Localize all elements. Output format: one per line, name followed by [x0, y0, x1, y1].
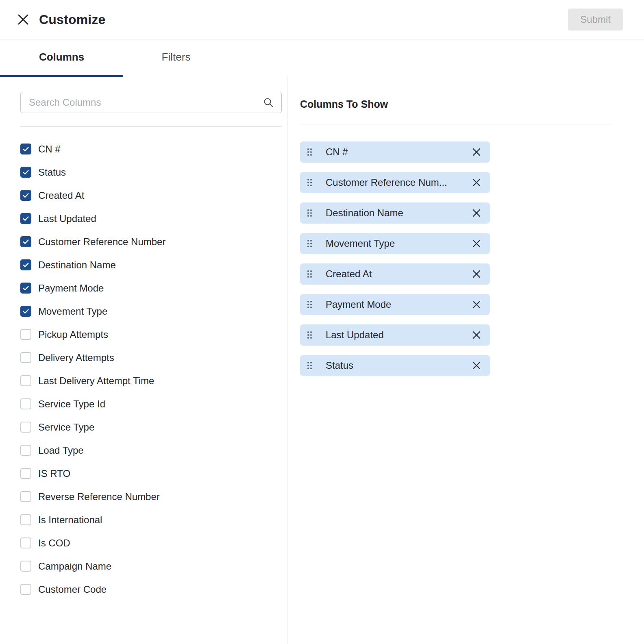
drag-handle-icon[interactable] — [307, 148, 312, 156]
checkbox-unchecked-icon[interactable] — [20, 561, 31, 572]
column-toggle-row[interactable]: Last Delivery Attempt Time — [20, 369, 281, 392]
checkbox-checked-icon[interactable] — [20, 167, 31, 178]
checkbox-checked-icon[interactable] — [20, 259, 31, 270]
checkbox-unchecked-icon[interactable] — [20, 537, 31, 548]
column-toggle-row[interactable]: Service Type — [20, 416, 281, 439]
heading-divider — [300, 124, 611, 124]
drag-handle-icon[interactable] — [307, 179, 312, 186]
checkbox-unchecked-icon[interactable] — [20, 398, 31, 409]
submit-button[interactable]: Submit — [568, 9, 623, 30]
column-toggle-row[interactable]: Customer Reference Number — [20, 230, 281, 253]
selected-column-pill[interactable]: Status — [300, 355, 490, 376]
column-label: Pickup Attempts — [38, 329, 108, 340]
column-label: Created At — [38, 190, 84, 201]
column-label: Service Type — [38, 422, 94, 433]
search-input[interactable] — [20, 92, 282, 113]
close-icon[interactable] — [16, 13, 30, 26]
column-toggle-row[interactable]: CN # — [20, 137, 281, 161]
selected-column-pill[interactable]: CN # — [300, 141, 490, 163]
remove-column-icon[interactable] — [471, 177, 482, 188]
selected-column-pill[interactable]: Movement Type — [300, 233, 490, 254]
selected-column-pill[interactable]: Destination Name — [300, 202, 490, 224]
column-toggle-row[interactable]: Movement Type — [20, 300, 281, 323]
search-box — [20, 92, 282, 113]
column-toggle-row[interactable]: IS RTO — [20, 462, 281, 485]
drag-handle-icon[interactable] — [307, 301, 312, 308]
column-toggle-row[interactable]: Pickup Attempts — [20, 323, 281, 346]
checkbox-checked-icon[interactable] — [20, 306, 31, 317]
remove-column-icon[interactable] — [471, 269, 482, 279]
column-label: Delivery Attempts — [38, 352, 114, 363]
checkbox-unchecked-icon[interactable] — [20, 375, 31, 386]
column-label: Last Updated — [38, 213, 96, 224]
column-label: Customer Code — [38, 584, 107, 595]
customize-panel: Customize Submit Columns Filters CN #Sta… — [0, 0, 644, 644]
checkbox-unchecked-icon[interactable] — [20, 445, 31, 456]
selected-column-label: Last Updated — [326, 329, 471, 341]
page-title: Customize — [39, 12, 106, 27]
selected-column-label: Payment Mode — [326, 299, 471, 310]
selected-column-label: Destination Name — [326, 207, 471, 219]
column-toggle-row[interactable]: Campaign Name — [20, 555, 281, 578]
remove-column-icon[interactable] — [471, 360, 482, 371]
remove-column-icon[interactable] — [471, 238, 482, 249]
content: CN #StatusCreated AtLast UpdatedCustomer… — [0, 77, 644, 644]
column-toggle-row[interactable]: Is COD — [20, 531, 281, 555]
selected-column-label: Movement Type — [326, 238, 471, 249]
selected-column-pill[interactable]: Last Updated — [300, 324, 490, 346]
column-toggle-row[interactable]: Last Updated — [20, 207, 281, 230]
tab-filters[interactable]: Filters — [123, 39, 229, 77]
selected-column-pill[interactable]: Payment Mode — [300, 294, 490, 315]
checkbox-unchecked-icon[interactable] — [20, 329, 31, 340]
column-toggle-row[interactable]: Service Type Id — [20, 392, 281, 416]
drag-handle-icon[interactable] — [307, 331, 312, 339]
checkbox-unchecked-icon[interactable] — [20, 514, 31, 525]
column-toggle-row[interactable]: Destination Name — [20, 253, 281, 276]
column-toggle-row[interactable]: Delivery Attempts — [20, 346, 281, 369]
drag-handle-icon[interactable] — [307, 240, 312, 247]
checkbox-checked-icon[interactable] — [20, 236, 31, 247]
column-toggle-row[interactable]: Customer Code — [20, 578, 281, 601]
column-label: Movement Type — [38, 306, 107, 317]
column-label: IS RTO — [38, 468, 70, 479]
checkbox-checked-icon[interactable] — [20, 144, 31, 154]
column-toggle-row[interactable]: Status — [20, 161, 281, 184]
selected-column-pill[interactable]: Customer Reference Num... — [300, 172, 490, 193]
checkbox-unchecked-icon[interactable] — [20, 584, 31, 595]
selected-column-label: CN # — [326, 146, 471, 158]
columns-panel: CN #StatusCreated AtLast UpdatedCustomer… — [0, 77, 287, 644]
column-toggle-row[interactable]: Created At — [20, 184, 281, 207]
column-label: Payment Mode — [38, 283, 104, 294]
checkbox-checked-icon[interactable] — [20, 213, 31, 224]
selected-column-label: Created At — [326, 268, 471, 280]
columns-to-show-panel: Columns To Show CN #Customer Reference N… — [287, 77, 644, 644]
checkbox-unchecked-icon[interactable] — [20, 491, 31, 502]
column-label: Customer Reference Number — [38, 236, 165, 248]
column-label: Load Type — [38, 445, 84, 456]
drag-handle-icon[interactable] — [307, 270, 312, 278]
drag-handle-icon[interactable] — [307, 209, 312, 217]
selected-column-pill[interactable]: Created At — [300, 263, 490, 285]
checkbox-checked-icon[interactable] — [20, 283, 31, 294]
drag-handle-icon[interactable] — [307, 362, 312, 369]
remove-column-icon[interactable] — [471, 299, 482, 310]
column-toggle-row[interactable]: Payment Mode — [20, 276, 281, 300]
column-toggle-row[interactable]: Reverse Reference Number — [20, 485, 281, 508]
column-label: Is COD — [38, 537, 70, 549]
search-divider — [20, 126, 282, 127]
column-toggle-row[interactable]: Load Type — [20, 439, 281, 462]
remove-column-icon[interactable] — [471, 208, 482, 218]
checkbox-unchecked-icon[interactable] — [20, 468, 31, 479]
column-toggle-row[interactable]: Is International — [20, 508, 281, 531]
checkbox-unchecked-icon[interactable] — [20, 352, 31, 363]
remove-column-icon[interactable] — [471, 330, 482, 340]
columns-checklist: CN #StatusCreated AtLast UpdatedCustomer… — [20, 137, 281, 601]
remove-column-icon[interactable] — [471, 147, 482, 157]
selected-column-label: Customer Reference Num... — [326, 177, 471, 188]
checkbox-unchecked-icon[interactable] — [20, 422, 31, 433]
tab-bar: Columns Filters — [0, 39, 644, 77]
checkbox-checked-icon[interactable] — [20, 190, 31, 201]
tab-columns[interactable]: Columns — [0, 39, 123, 77]
column-label: CN # — [38, 144, 61, 155]
column-label: Destination Name — [38, 259, 116, 271]
